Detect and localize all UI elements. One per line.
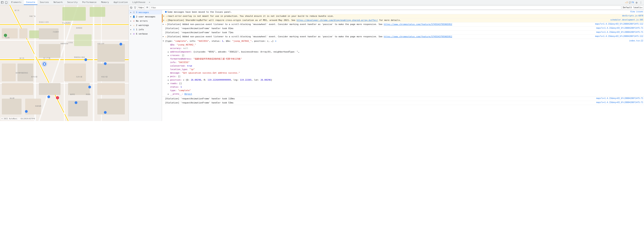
svg-point-77 <box>25 110 28 113</box>
obj-field-status: status: 1 <box>162 85 644 89</box>
obj-arrow-pois[interactable]: ▶ <box>168 75 170 78</box>
msg-react-overlay-text: react-error-overlay is not meant for use… <box>168 15 620 18</box>
toolbar-right: ⚠ 2 💬 70 ⚙ ⋮ <box>623 1 644 4</box>
proto-link[interactable]: Object <box>184 93 192 96</box>
tab-security[interactable]: Security <box>65 0 80 5</box>
tab-elements[interactable]: Elements <box>9 0 24 5</box>
tab-more[interactable]: » <box>148 0 152 5</box>
tab-lighthouse[interactable]: Lighthouse <box>130 0 148 5</box>
levels-selector[interactable]: Default levels <box>622 6 643 10</box>
svg-rect-23 <box>90 7 105 17</box>
svg-marker-81 <box>134 7 136 9</box>
console-body: ▶ ☰ 9 messages ▶ 👤 2 user messages ▶ ✕ N… <box>129 10 644 121</box>
sidebar-verbose[interactable]: ▶ ⚙ 6 verbose <box>129 32 162 36</box>
msg-sharedarraybuffer-source[interactable]: scheduler.development.js:305 <box>610 19 643 21</box>
sidebar-info[interactable]: ▶ ℹ 1 info <box>129 27 162 32</box>
violation-link-2[interactable]: https://www.chromestatus.com/feature/574… <box>384 35 452 38</box>
filter-input[interactable] <box>150 6 621 10</box>
info-dot-icon <box>165 11 167 13</box>
warning-triangle-4-icon: ⚠ <box>165 23 166 26</box>
settings-icon[interactable]: ⚙ <box>635 1 638 4</box>
devtools-tab-bar: Elements Console Sources Network Securit… <box>0 0 644 5</box>
obj-arrow-address[interactable]: ▶ <box>168 50 170 54</box>
context-selector[interactable]: top <box>138 6 144 10</box>
obj-field-crosses: ▶ crosses: [] <box>162 54 644 57</box>
sidebar-user-messages[interactable]: ▶ 👤 2 user messages <box>129 15 162 19</box>
svg-rect-25 <box>74 34 92 46</box>
tab-network[interactable]: Network <box>51 0 65 5</box>
violation-link-1[interactable]: https://www.chromestatus.com/feature/574… <box>384 23 452 26</box>
inspect-element-icon[interactable] <box>1 1 4 4</box>
msg-object-header: ▼ {type: "complete", info: "SUCCESS", st… <box>162 39 644 43</box>
msg-violation-1-source[interactable]: maps?v=1.4.15&key=03_6fc28884208f14f5:11… <box>595 23 643 25</box>
msg-raf-53ms-source[interactable]: maps?v=1.4.15&key=03_6fc28884208f14f5:71 <box>596 101 643 103</box>
msg-arrow-9-icon <box>163 101 165 102</box>
svg-point-76 <box>84 58 87 61</box>
msg-object-source[interactable]: index.tsx:22 <box>629 40 643 42</box>
svg-rect-41 <box>68 101 88 116</box>
msg-raf-53ms: [Violation] 'requestAnimationFrame' hand… <box>162 101 644 105</box>
obj-expand-icon[interactable]: ▼ <box>163 40 165 42</box>
tab-memory[interactable]: Memory <box>99 0 111 5</box>
svg-text:+: + <box>57 97 58 99</box>
svg-text:聚春园·斗宿馆: 聚春园·斗宿馆 <box>39 21 49 23</box>
msg-raf-71ms-text: [Violation] 'requestAnimationFrame' hand… <box>165 31 595 34</box>
svg-text:鑫涛苑: 鑫涛苑 <box>70 94 75 95</box>
map-copyright: © 2021 AutoNavi · GS(2019)6379号 <box>1 117 36 120</box>
sidebar-warnings[interactable]: ▶ ⚠ 2 warnings <box>129 23 162 27</box>
obj-field-isconverted: isConverted: true <box>162 64 644 68</box>
user-icon: 👤 <box>132 15 135 18</box>
obj-field-info: info: "SUCCESS" <box>162 61 644 64</box>
msg-arrow-3-icon: ▶ <box>163 19 166 21</box>
object-info-icon[interactable]: ℹ <box>276 40 276 42</box>
main-content: 于山风景区 五一广场 福建科技馆 南门兜 乌山苑 新兴大厦 元洪大厦 铁道大厦 … <box>0 5 644 121</box>
svg-rect-28 <box>39 29 58 39</box>
eye-button[interactable]: 👁 <box>145 6 149 10</box>
msg-violation-2-source[interactable]: maps?v=1.4.15&key=03_6fc28884208f14f5:11… <box>595 35 643 37</box>
sidebar-arrow-6-icon: ▶ <box>130 33 131 35</box>
sidebar-all-messages[interactable]: ▶ ☰ 9 messages <box>129 10 162 15</box>
obj-field-proto: ▶ __proto__: Object <box>162 92 644 96</box>
map-panel: 于山风景区 五一广场 福建科技馆 南门兜 乌山苑 新兴大厦 元洪大厦 铁道大厦 … <box>0 5 129 121</box>
msg-raf-110ms-source[interactable]: maps?v=1.4.15&key=03_6fc28884208f14f5:71 <box>596 97 643 99</box>
msg-react-overlay-source[interactable]: devScripts.js:6878 <box>622 15 643 17</box>
svg-point-72 <box>75 101 78 104</box>
device-toggle-icon[interactable] <box>5 1 8 4</box>
filter-icon[interactable] <box>134 6 137 9</box>
obj-arrow-status <box>168 86 170 89</box>
sidebar-no-errors[interactable]: ▶ ✕ No errors <box>129 19 162 23</box>
obj-arrow-position[interactable]: ▶ <box>168 78 170 82</box>
obj-arrow-proto[interactable]: ▶ <box>168 93 170 96</box>
msg-raf-71ms: [Violation] 'requestAnimationFrame' hand… <box>162 31 644 35</box>
obj-arrow-crosses[interactable]: ▶ <box>168 54 170 57</box>
msg-arrow-5-icon <box>163 27 165 27</box>
obj-arrow-roads[interactable]: ▶ <box>168 82 170 85</box>
obj-field-roads: ▶ roads: [] <box>162 82 644 85</box>
tab-application[interactable]: Application <box>111 0 130 5</box>
obj-field-pois: ▶ pois: [] <box>162 75 644 78</box>
warning-triangle-5-icon: ⚠ <box>165 35 166 38</box>
svg-rect-22 <box>62 7 86 21</box>
obj-field-locationtype: location_type: "ip" <box>162 68 644 71</box>
tab-sources[interactable]: Sources <box>38 0 51 5</box>
svg-rect-34 <box>98 44 125 62</box>
obj-arrow-type <box>168 89 170 92</box>
sidebar-arrow-5-icon: ▶ <box>130 29 131 31</box>
svg-rect-0 <box>1 1 3 4</box>
more-options-icon[interactable]: ⋮ <box>639 1 642 4</box>
svg-point-75 <box>120 43 122 46</box>
obj-arrow-loctype <box>168 68 170 71</box>
msg-raf-71ms-source[interactable]: maps?v=1.4.15&key=03_6fc28884208f14f5:71 <box>596 31 643 33</box>
tab-performance[interactable]: Performance <box>80 0 99 5</box>
clear-console-icon[interactable] <box>130 6 133 9</box>
msg-issues-source[interactable]: View issues <box>630 11 643 13</box>
deprecation-link[interactable]: https://developer.chrome.com/blog/enabli… <box>297 19 378 22</box>
msg-raf-110ms: [Violation] 'requestAnimationFrame' hand… <box>162 97 644 101</box>
svg-text:力信新村: 力信新村 <box>53 31 59 33</box>
tab-console[interactable]: Console <box>24 0 38 5</box>
svg-text:南门兜: 南门兜 <box>14 10 19 11</box>
msg-violation-1-text: [Violation] Added non-passive event list… <box>167 23 594 26</box>
msg-raf-81ms-source[interactable]: maps?v=1.4.15&key=03_6fc28884208f14f5:71 <box>596 27 643 29</box>
svg-rect-32 <box>64 64 86 81</box>
obj-arrow-info <box>168 61 170 64</box>
